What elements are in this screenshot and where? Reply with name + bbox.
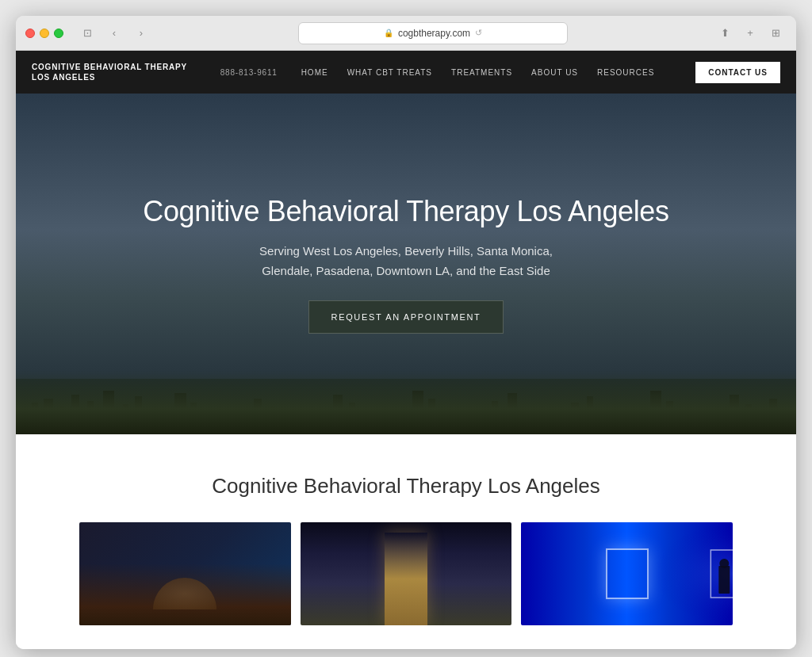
svg-rect-20 — [571, 403, 579, 434]
svg-rect-22 — [650, 391, 661, 434]
svg-rect-0 — [16, 379, 796, 434]
lower-title: Cognitive Behavioral Therapy Los Angeles — [79, 474, 733, 498]
svg-rect-11 — [190, 403, 197, 434]
share-button[interactable]: ⬆ — [714, 22, 736, 44]
hero-subtitle-line1: Serving West Los Angeles, Beverly Hills,… — [259, 244, 553, 258]
hero-subtitle-line2: Glendale, Pasadena, Downtown LA, and the… — [262, 264, 550, 277]
svg-rect-6 — [87, 401, 94, 434]
svg-rect-5 — [71, 395, 79, 434]
browser-titlebar: ⊡ ‹ › 🔒 cogbtherapy.com ↺ ⬆ + ⊞ — [16, 16, 796, 51]
svg-rect-1 — [16, 411, 796, 434]
forward-button[interactable]: › — [130, 22, 152, 44]
svg-rect-7 — [103, 391, 114, 434]
svg-rect-25 — [745, 404, 752, 434]
nav-treatments[interactable]: TREATMENTS — [443, 63, 520, 82]
minimize-button[interactable] — [40, 29, 49, 38]
hero-section: Cognitive Behavioral Therapy Los Angeles… — [16, 94, 796, 434]
refresh-icon: ↺ — [475, 28, 482, 38]
traffic-lights — [25, 29, 63, 38]
svg-rect-17 — [428, 399, 435, 434]
image-tunnel — [521, 522, 733, 625]
svg-rect-12 — [254, 399, 262, 434]
svg-rect-23 — [666, 401, 673, 434]
image-hands — [79, 522, 291, 625]
svg-rect-16 — [412, 391, 423, 434]
nav-what-cbt-treats[interactable]: WHAT CBT TREATS — [339, 63, 440, 82]
back-button[interactable]: ‹ — [103, 22, 125, 44]
svg-rect-26 — [769, 399, 777, 434]
window-icon[interactable]: ⊡ — [76, 22, 98, 44]
new-tab-button[interactable]: + — [739, 22, 761, 44]
svg-point-30 — [719, 559, 729, 568]
svg-rect-13 — [270, 407, 274, 434]
nav-links: 888-813-9611 HOME WHAT CBT TREATS TREATM… — [187, 63, 695, 82]
lock-icon: 🔒 — [384, 29, 393, 37]
svg-rect-15 — [349, 403, 355, 434]
close-button[interactable] — [25, 29, 35, 38]
site-nav: COGNITIVE BEHAVIORAL THERAPY LOS ANGELES… — [16, 51, 796, 94]
svg-rect-2 — [32, 403, 38, 434]
svg-rect-24 — [730, 395, 739, 434]
svg-rect-29 — [718, 566, 730, 594]
address-bar-container: 🔒 cogbtherapy.com ↺ — [159, 22, 707, 44]
svg-rect-14 — [333, 395, 343, 434]
lower-section: Cognitive Behavioral Therapy Los Angeles — [16, 434, 796, 649]
nav-home[interactable]: HOME — [293, 63, 336, 82]
url-text: cogbtherapy.com — [398, 28, 470, 39]
browser-window: ⊡ ‹ › 🔒 cogbtherapy.com ↺ ⬆ + ⊞ COGNITIV… — [16, 16, 796, 649]
hero-title: Cognitive Behavioral Therapy Los Angeles — [143, 195, 668, 228]
address-bar[interactable]: 🔒 cogbtherapy.com ↺ — [298, 22, 568, 44]
hero-cta-button[interactable]: REQUEST AN APPOINTMENT — [308, 300, 504, 334]
svg-rect-8 — [123, 404, 128, 434]
website-content: COGNITIVE BEHAVIORAL THERAPY LOS ANGELES… — [16, 51, 796, 649]
contact-button[interactable]: CONTACT US — [695, 62, 780, 83]
image-grid — [79, 522, 733, 625]
browser-controls: ⊡ ‹ › — [76, 22, 152, 44]
tab-grid-button[interactable]: ⊞ — [764, 22, 787, 44]
svg-rect-3 — [44, 399, 53, 434]
svg-rect-4 — [59, 407, 64, 434]
site-logo: COGNITIVE BEHAVIORAL THERAPY LOS ANGELES — [32, 62, 187, 82]
svg-rect-19 — [508, 393, 517, 434]
svg-rect-21 — [587, 396, 593, 434]
fullscreen-button[interactable] — [54, 29, 63, 38]
nav-phone: 888-813-9611 — [220, 68, 278, 77]
hero-subtitle: Serving West Los Angeles, Beverly Hills,… — [259, 241, 553, 281]
nav-about-us[interactable]: ABOUT US — [523, 63, 586, 82]
image-architecture — [301, 522, 512, 625]
nav-resources[interactable]: RESOURCES — [589, 63, 662, 82]
browser-actions: ⬆ + ⊞ — [714, 22, 787, 44]
svg-rect-10 — [174, 393, 186, 434]
cityscape-decoration — [16, 379, 796, 434]
svg-rect-9 — [135, 396, 142, 434]
svg-rect-18 — [492, 401, 498, 434]
